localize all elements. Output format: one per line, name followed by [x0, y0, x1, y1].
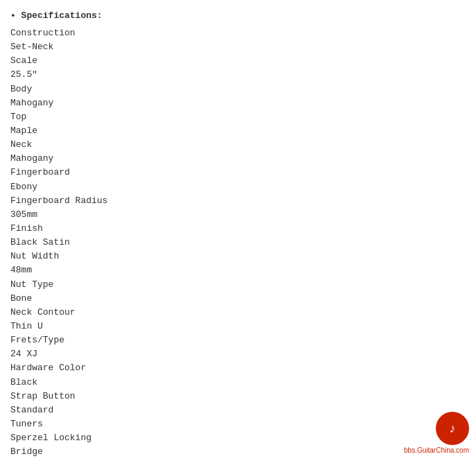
list-item: Nut Width [10, 250, 466, 263]
spec-label: Black Satin [10, 237, 70, 247]
spec-label: 25.5″ [10, 69, 37, 80]
list-item: 25.5″ [10, 68, 466, 82]
spec-label: Tuners [10, 419, 43, 429]
list-item: Hardware Color [10, 361, 466, 375]
spec-label: Sperzel Locking [10, 433, 91, 443]
spec-label: Ebony [10, 182, 37, 192]
list-item: Set-Neck [10, 40, 466, 54]
svg-text:♪: ♪ [450, 421, 456, 435]
specs-list: ConstructionSet-NeckScale25.5″BodyMahoga… [10, 26, 466, 461]
list-item: Strap Button [10, 390, 466, 403]
list-item: Nut Type [10, 278, 466, 292]
spec-label: Thin U [10, 321, 43, 331]
specs-container: • Specifications: ConstructionSet-NeckSc… [10, 7, 466, 461]
spec-label: 305mm [10, 209, 37, 220]
list-item: 305mm [10, 208, 466, 222]
list-item: Maple [10, 124, 466, 138]
spec-label: Fingerboard Radius [10, 195, 107, 206]
spec-label: Mahogany [10, 98, 53, 108]
list-item: Neck [10, 138, 466, 152]
spec-label: Maple [10, 125, 37, 136]
list-item: Mahogany [10, 152, 466, 166]
spec-label: Scale [10, 55, 37, 66]
list-item: Body [10, 82, 466, 96]
spec-label: 24 XJ [10, 349, 37, 359]
list-item: Fingerboard Radius [10, 194, 466, 208]
list-item: Bone [10, 292, 466, 306]
spec-label: Finish [10, 223, 43, 234]
list-item: Scale [10, 54, 466, 68]
watermark: ♪ bbs.GuitarChina.com [404, 412, 469, 454]
watermark-text: bbs.GuitarChina.com [404, 446, 469, 454]
list-item: Thin U [10, 320, 466, 333]
list-item: Construction [10, 26, 466, 40]
watermark-logo: ♪ [436, 412, 469, 445]
specs-header: • Specifications: [10, 10, 466, 21]
list-item: Fingerboard [10, 166, 466, 180]
spec-label: Neck [10, 139, 32, 150]
spec-label: Bone [10, 293, 32, 304]
list-item: 24 XJ [10, 347, 466, 361]
spec-label: Bridge [10, 446, 43, 457]
spec-label: Body [10, 84, 32, 94]
list-item: Ebony [10, 180, 466, 194]
spec-label: Neck Contour [10, 307, 76, 318]
spec-label: Top [10, 112, 26, 122]
list-item: Black [10, 376, 466, 390]
list-item: Tuners [10, 417, 466, 431]
list-item: 48mm [10, 263, 466, 277]
spec-label: Standard [10, 405, 53, 415]
spec-label: Nut Width [10, 251, 59, 261]
spec-label: Nut Type [10, 279, 53, 290]
list-item: Bridge [10, 445, 466, 459]
list-item: Sperzel Locking [10, 431, 466, 445]
spec-label: Fingerboard [10, 167, 70, 177]
spec-label: 48mm [10, 265, 32, 275]
list-item: Mahogany [10, 96, 466, 110]
list-item: Standard [10, 403, 466, 417]
spec-label: Hardware Color [10, 363, 86, 373]
list-item: Top [10, 110, 466, 124]
spec-label: Set-Neck [10, 42, 53, 52]
list-item: Finish [10, 222, 466, 236]
spec-label: Strap Button [10, 391, 76, 401]
list-item: Neck Contour [10, 306, 466, 320]
spec-label: Frets/Type [10, 335, 64, 345]
spec-label: Black [10, 377, 37, 388]
list-item: Black Satin [10, 236, 466, 250]
spec-label: Mahogany [10, 153, 53, 164]
spec-label: Construction [10, 28, 76, 38]
list-item: Frets/Type [10, 333, 466, 347]
